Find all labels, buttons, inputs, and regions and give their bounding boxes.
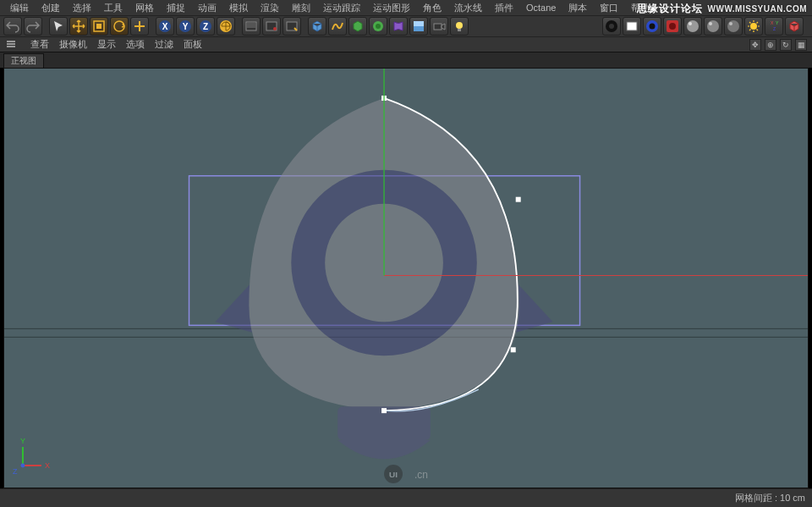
z-axis-button[interactable]: Z xyxy=(196,17,215,36)
menu-plugins[interactable]: 插件 xyxy=(490,1,518,15)
status-bar: 网格间距 : 10 cm xyxy=(0,488,812,507)
octane-record-button[interactable] xyxy=(663,17,682,36)
menu-motion-tracker[interactable]: 运动跟踪 xyxy=(318,1,365,15)
svg-text:Y: Y xyxy=(776,20,779,25)
svg-rect-17 xyxy=(414,26,424,31)
menu-mograph[interactable]: 运动图形 xyxy=(368,1,415,15)
render-pv-button[interactable] xyxy=(262,17,281,36)
main-toolbar: X Y Z XYZ xyxy=(0,15,812,37)
svg-point-29 xyxy=(687,20,699,32)
svg-point-20 xyxy=(456,22,463,29)
svg-text:X: X xyxy=(162,22,168,31)
octane-sun-button[interactable] xyxy=(744,17,763,36)
octane-settings-button[interactable] xyxy=(643,17,661,36)
svg-rect-51 xyxy=(381,408,387,413)
x-axis-button[interactable]: X xyxy=(156,17,174,36)
menu-window[interactable]: 窗口 xyxy=(595,1,623,15)
rotate-button[interactable] xyxy=(110,17,129,36)
light-button[interactable] xyxy=(450,17,469,36)
svg-rect-49 xyxy=(516,197,521,202)
y-axis-button[interactable]: Y xyxy=(176,17,195,36)
nav-move-icon[interactable]: ✥ xyxy=(749,39,761,51)
svg-point-23 xyxy=(609,24,614,29)
octane-render-button[interactable] xyxy=(602,17,621,36)
svg-point-33 xyxy=(727,20,739,32)
nav-layout-icon[interactable]: ▦ xyxy=(795,39,807,51)
menu-edit[interactable]: 编辑 xyxy=(5,1,34,15)
svg-rect-24 xyxy=(627,22,637,30)
view-menu[interactable]: 查看 xyxy=(30,38,49,51)
scene-content: X Y Z UI .cn xyxy=(4,69,808,487)
svg-text:X: X xyxy=(771,20,774,25)
render-view-button[interactable] xyxy=(242,17,261,36)
menu-octane[interactable]: Octane xyxy=(521,2,561,14)
svg-text:Y: Y xyxy=(183,22,189,31)
watermark-banner: 思缘设计论坛 WWW.MISSYUAN.COM xyxy=(632,0,812,18)
menu-animate[interactable]: 动画 xyxy=(193,1,222,15)
options-menu[interactable]: 选项 xyxy=(126,38,145,51)
svg-rect-50 xyxy=(511,347,516,352)
display-menu[interactable]: 显示 xyxy=(97,38,116,51)
nurbs-button[interactable] xyxy=(348,17,367,36)
octane-axis-button[interactable]: XYZ xyxy=(765,17,783,36)
svg-text:.cn: .cn xyxy=(414,469,428,481)
cube-primitive-button[interactable] xyxy=(308,17,326,36)
menu-sculpt[interactable]: 雕刻 xyxy=(287,1,315,15)
move-button[interactable] xyxy=(69,17,88,36)
svg-point-13 xyxy=(273,27,277,30)
redo-button[interactable] xyxy=(24,17,42,36)
svg-point-35 xyxy=(750,23,757,30)
svg-rect-40 xyxy=(7,43,15,45)
render-settings-button[interactable] xyxy=(283,17,301,36)
svg-point-32 xyxy=(709,22,712,25)
nav-zoom-icon[interactable]: ⊕ xyxy=(765,39,776,51)
watermark-text-cn: 思缘设计论坛 xyxy=(637,2,703,16)
menu-simulate[interactable]: 模拟 xyxy=(224,1,253,15)
camera-button[interactable] xyxy=(430,17,448,36)
svg-rect-18 xyxy=(414,21,424,26)
deformers-button[interactable] xyxy=(389,17,408,36)
undo-button[interactable] xyxy=(3,17,22,36)
filter-menu[interactable]: 过滤 xyxy=(155,38,173,51)
viewport-options-icon[interactable] xyxy=(5,38,17,50)
octane-view-button[interactable] xyxy=(623,17,641,36)
generators-button[interactable] xyxy=(369,17,387,36)
environment-button[interactable] xyxy=(409,17,428,36)
svg-rect-21 xyxy=(458,29,461,31)
svg-text:Y: Y xyxy=(20,437,25,445)
menu-mesh[interactable]: 网格 xyxy=(130,1,159,15)
svg-text:Z: Z xyxy=(13,467,18,476)
menu-snap[interactable]: 捕捉 xyxy=(162,1,190,15)
menu-pipeline[interactable]: 流水线 xyxy=(449,1,487,15)
svg-point-56 xyxy=(20,464,25,468)
last-tool-button[interactable] xyxy=(130,17,149,36)
svg-point-31 xyxy=(707,20,719,32)
grid-spacing-label: 网格间距 : 10 cm xyxy=(735,492,805,504)
svg-point-34 xyxy=(729,22,732,25)
svg-rect-41 xyxy=(7,46,15,47)
panel-menu[interactable]: 面板 xyxy=(184,38,202,51)
material-sphere1-button[interactable] xyxy=(683,17,702,36)
material-sphere2-button[interactable] xyxy=(704,17,722,36)
menu-script[interactable]: 脚本 xyxy=(563,1,592,15)
cameras-menu[interactable]: 摄像机 xyxy=(59,38,87,51)
scale-button[interactable] xyxy=(90,17,108,36)
material-sphere3-button[interactable] xyxy=(724,17,743,36)
coord-system-button[interactable] xyxy=(217,17,235,36)
menu-select[interactable]: 选择 xyxy=(68,1,96,15)
nav-rotate-icon[interactable]: ↻ xyxy=(780,39,792,51)
svg-point-26 xyxy=(650,24,656,30)
viewport-3d[interactable]: X Y Z UI .cn xyxy=(3,68,809,488)
live-select-button[interactable] xyxy=(49,17,68,36)
front-view-tab[interactable]: 正视图 xyxy=(3,53,44,68)
menu-render[interactable]: 渲染 xyxy=(255,1,284,15)
spline-button[interactable] xyxy=(328,17,347,36)
svg-point-16 xyxy=(376,24,381,29)
menu-character[interactable]: 角色 xyxy=(418,1,447,15)
viewport-menu-bar: 查看 摄像机 显示 选项 过滤 面板 ✥ ⊕ ↻ ▦ xyxy=(0,37,812,52)
menu-tools[interactable]: 工具 xyxy=(99,1,128,15)
octane-cube-button[interactable] xyxy=(785,17,804,36)
svg-text:Z: Z xyxy=(203,22,208,31)
svg-rect-1 xyxy=(96,24,102,29)
menu-create[interactable]: 创建 xyxy=(36,1,65,15)
